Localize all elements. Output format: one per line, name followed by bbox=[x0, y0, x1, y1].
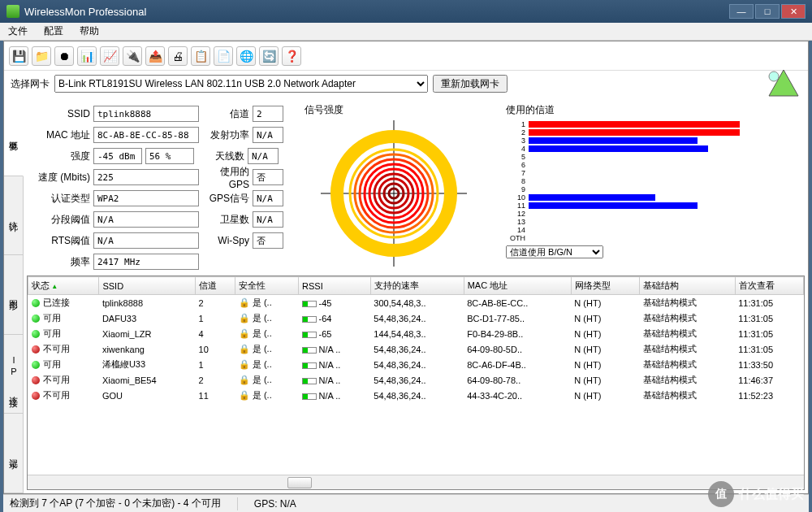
watermark-text: 什么值得买 bbox=[739, 486, 804, 503]
watermark-badge: 值 bbox=[708, 481, 734, 507]
channel-panel: 使用的信道 1234567891011121314OTH 信道使用 B/G/N bbox=[503, 100, 805, 271]
table-row[interactable]: 不可用xiwenkang10🔒 是 (..N/A ..54,48,36,24..… bbox=[28, 341, 804, 357]
label-speed: 速度 (Mbits) bbox=[32, 171, 90, 184]
val-frag: N/A bbox=[93, 211, 199, 228]
table-header[interactable]: 状态 ▲SSID信道安全性RSSI支持的速率MAC 地址网络类型基础结构首次查看 bbox=[28, 277, 804, 295]
val-antennas: N/A bbox=[248, 148, 279, 164]
val-speed: 225 bbox=[93, 169, 199, 185]
app-icon bbox=[6, 5, 19, 18]
sidetab-ip[interactable]: IP 连接 bbox=[4, 335, 23, 414]
graph-icon[interactable]: 📈 bbox=[100, 46, 119, 66]
channel-mode-select[interactable]: 信道使用 B/G/N bbox=[506, 245, 603, 258]
watermark: 值 什么值得买 bbox=[708, 481, 804, 507]
clipboard-icon[interactable]: 📄 bbox=[214, 46, 233, 66]
maximize-button[interactable]: □ bbox=[755, 4, 780, 19]
sidetab-stats[interactable]: 统计 bbox=[4, 176, 23, 256]
col-header[interactable]: 网络类型 bbox=[571, 277, 639, 295]
val-wispy: 否 bbox=[253, 232, 283, 249]
log-icon[interactable]: 📋 bbox=[191, 46, 210, 66]
label-mac: MAC 地址 bbox=[32, 128, 90, 142]
label-auth: 认证类型 bbox=[32, 192, 90, 206]
export-icon[interactable]: 📤 bbox=[145, 46, 165, 66]
signal-panel-title: 信号强度 bbox=[304, 103, 493, 117]
globe-icon[interactable]: 🌐 bbox=[236, 46, 256, 66]
val-strength-pct: 56 % bbox=[145, 148, 194, 164]
label-wispy: Wi-Spy bbox=[204, 235, 249, 246]
adapter-row: 选择网卡 B-Link RTL8191SU Wireless LAN 802.1… bbox=[4, 71, 808, 97]
label-antennas: 天线数 bbox=[199, 150, 244, 163]
label-strength: 强度 bbox=[32, 150, 90, 163]
help-icon[interactable]: ❓ bbox=[282, 46, 301, 66]
table-row[interactable]: 可用浠橀緶U331🔒 是 (..N/A ..54,48,36,24..8C-A6… bbox=[28, 357, 804, 372]
label-sats: 卫星数 bbox=[204, 213, 249, 227]
val-sats: N/A bbox=[253, 211, 283, 228]
col-header[interactable]: SSID bbox=[99, 277, 196, 295]
menu-file[interactable]: 文件 bbox=[5, 23, 31, 40]
menubar: 文件 配置 帮助 bbox=[0, 23, 812, 41]
val-txpower: N/A bbox=[253, 127, 283, 143]
signal-icon bbox=[766, 68, 801, 100]
col-header[interactable]: 支持的速率 bbox=[370, 277, 464, 295]
window-title: WirelessMon Professional bbox=[24, 6, 729, 18]
col-header[interactable]: MAC 地址 bbox=[464, 277, 571, 295]
val-gps-used: 否 bbox=[253, 169, 283, 185]
titlebar: WirelessMon Professional — □ ✕ bbox=[0, 0, 812, 23]
val-ssid: tplink8888 bbox=[93, 106, 199, 122]
col-header[interactable]: RSSI bbox=[299, 277, 371, 295]
status-ap-count: 检测到 7 个AP (7 个加密 - 0 个未加密) - 4 个可用 bbox=[10, 497, 221, 510]
col-header[interactable]: 基础结构 bbox=[640, 277, 736, 295]
table-row[interactable]: 不可用Xiaomi_BE542🔒 是 (..N/A ..54,48,36,24.… bbox=[28, 372, 804, 388]
table-row[interactable]: 可用Xiaomi_LZR4🔒 是 (..-65144,54,48,3..F0-B… bbox=[28, 326, 804, 341]
sidetab-summary[interactable]: 概要 bbox=[4, 97, 24, 176]
sidetab-log[interactable]: 记录 bbox=[4, 414, 23, 493]
val-rts: N/A bbox=[93, 232, 199, 249]
table-row[interactable]: 已连接tplink88882🔒 是 (..-45300,54,48,3..8C-… bbox=[28, 295, 804, 311]
channel-bars-chart: 1234567891011121314OTH bbox=[506, 120, 801, 242]
horizontal-scrollbar[interactable] bbox=[28, 475, 804, 489]
status-gps: GPS: N/A bbox=[254, 498, 296, 510]
label-rts: RTS阈值 bbox=[32, 234, 90, 248]
info-grid: SSIDtplink8888信道2 MAC 地址8C-AB-8E-CC-85-8… bbox=[27, 100, 295, 271]
val-freq: 2417 MHz bbox=[93, 254, 199, 270]
toolbar: 💾 📁 ⏺ 📊 📈 🔌 📤 🖨 📋 📄 🌐 🔄 ❓ bbox=[4, 41, 808, 71]
save-icon[interactable]: 💾 bbox=[9, 46, 28, 66]
reload-adapter-button[interactable]: 重新加载网卡 bbox=[433, 75, 508, 93]
menu-help[interactable]: 帮助 bbox=[76, 23, 102, 40]
open-icon[interactable]: 📁 bbox=[32, 46, 51, 66]
label-txpower: 发射功率 bbox=[204, 128, 249, 142]
label-gps-signal: GPS信号 bbox=[204, 192, 249, 206]
refresh-icon[interactable]: 🔄 bbox=[259, 46, 279, 66]
col-header[interactable]: 首次查看 bbox=[735, 277, 803, 295]
signal-strength-panel: 信号强度 bbox=[301, 100, 496, 271]
adapter-select[interactable]: B-Link RTL8191SU Wireless LAN 802.11n US… bbox=[54, 75, 428, 93]
record-icon[interactable]: ⏺ bbox=[54, 46, 74, 66]
val-strength-dbm: -45 dBm bbox=[93, 148, 142, 164]
close-button[interactable]: ✕ bbox=[781, 4, 806, 19]
connect-icon[interactable]: 🔌 bbox=[123, 46, 142, 66]
menu-config[interactable]: 配置 bbox=[41, 23, 67, 40]
col-header[interactable]: 安全性 bbox=[235, 277, 299, 295]
col-header[interactable]: 状态 ▲ bbox=[28, 277, 99, 295]
label-frag: 分段阈值 bbox=[32, 213, 90, 227]
table-row[interactable]: 可用DAFU331🔒 是 (..-6454,48,36,24..BC-D1-77… bbox=[28, 310, 804, 326]
content-area: 💾 📁 ⏺ 📊 📈 🔌 📤 🖨 📋 📄 🌐 🔄 ❓ 选择网卡 B-Link RT… bbox=[3, 41, 809, 494]
signal-radar bbox=[304, 120, 483, 267]
val-channel: 2 bbox=[253, 106, 283, 122]
svg-point-1 bbox=[769, 72, 779, 81]
channel-panel-title: 使用的信道 bbox=[506, 103, 801, 117]
label-gps-used: 使用的GPS bbox=[204, 165, 249, 190]
sidetab-graph[interactable]: 图形 bbox=[4, 255, 23, 335]
print-icon[interactable]: 🖨 bbox=[168, 46, 188, 66]
minimize-button[interactable]: — bbox=[729, 4, 754, 19]
table-row[interactable]: 不可用GOU11🔒 是 (..N/A ..54,48,36,24..44-33-… bbox=[28, 388, 804, 403]
val-gps-signal: N/A bbox=[253, 190, 283, 206]
side-tabs: 概要 统计 图形 IP 连接 记录 bbox=[4, 97, 24, 493]
ap-table: 状态 ▲SSID信道安全性RSSI支持的速率MAC 地址网络类型基础结构首次查看… bbox=[27, 276, 805, 490]
col-header[interactable]: 信道 bbox=[196, 277, 235, 295]
val-auth: WPA2 bbox=[93, 190, 199, 206]
label-ssid: SSID bbox=[32, 108, 90, 119]
statusbar: 检测到 7 个AP (7 个加密 - 0 个未加密) - 4 个可用 GPS: … bbox=[3, 494, 809, 512]
label-freq: 频率 bbox=[32, 255, 90, 269]
adapter-label: 选择网卡 bbox=[11, 77, 50, 91]
stats-icon[interactable]: 📊 bbox=[77, 46, 97, 66]
